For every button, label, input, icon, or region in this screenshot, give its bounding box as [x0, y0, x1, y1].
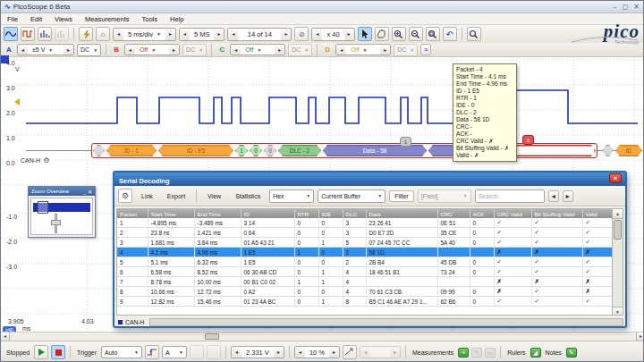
pointer-tool-button[interactable]: [358, 27, 372, 41]
scroll-right-icon[interactable]: ►: [636, 333, 644, 341]
maximize-icon[interactable]: ◻: [623, 3, 629, 11]
channel-c-coupling-select[interactable]: DC▼: [288, 44, 312, 56]
zoom-full-button[interactable]: [467, 27, 481, 41]
scope-hscrollbar[interactable]: ◄ ►: [1, 332, 644, 341]
zoom-overview-window[interactable]: Zoom Overview _ ✕: [28, 186, 96, 238]
export-button[interactable]: Export: [162, 190, 191, 202]
header-cell[interactable]: DLC: [343, 209, 366, 218]
close-icon[interactable]: ✕: [609, 173, 622, 183]
notes-button[interactable]: ✎: [566, 348, 577, 358]
channel-a-coupling-select[interactable]: DC▼: [77, 44, 101, 56]
zoom-overview-titlebar[interactable]: Zoom Overview _ ✕: [29, 187, 95, 196]
decode-bubble-id[interactable]: ID - 1: [106, 145, 157, 156]
table-row[interactable]: 55.1 ms6.32 ms1 E50022B B445 DB0✓✓✓: [117, 257, 614, 267]
channel-legend[interactable]: CAN-H: [116, 319, 145, 325]
header-cell[interactable]: End Time: [194, 209, 241, 218]
minimize-icon[interactable]: _: [83, 189, 86, 195]
table-row[interactable]: 223.8 ns1.421 ms0 64003D0 E7 2D35 CE0✓✓✓: [117, 228, 614, 238]
zoom-prev-icon[interactable]: ◄: [312, 29, 322, 40]
scroll-up-icon[interactable]: ▲: [613, 209, 623, 219]
header-cell[interactable]: Valid: [582, 209, 614, 218]
statistics-button[interactable]: Statistics: [230, 190, 266, 202]
channel-d-chip[interactable]: D: [322, 46, 333, 54]
decode-bubble-crc-invalid[interactable]: [509, 145, 596, 156]
trigger-level-spinner[interactable]: ◄2.331 V►: [231, 346, 284, 358]
table-row[interactable]: 31.681 ms3.84 ms01 A5 43 2101507 24 45 7…: [117, 238, 614, 248]
table-scrollbar[interactable]: ▲ ▼: [612, 209, 623, 316]
header-cell[interactable]: CRC Valid: [494, 209, 531, 218]
marquee-zoom-button[interactable]: [426, 27, 440, 41]
channel-d-coupling-select[interactable]: DC▼: [394, 44, 418, 56]
timebase-spinner[interactable]: ◄ 5 ms/div▼ ►: [113, 28, 176, 41]
view-button[interactable]: View: [202, 190, 226, 202]
scope-view-button[interactable]: [4, 27, 18, 41]
hand-pan-button[interactable]: [375, 27, 389, 41]
zoom-overview-body[interactable]: [30, 198, 93, 235]
buffer-select[interactable]: Current Buffer▼: [318, 189, 386, 203]
home-settings-icon[interactable]: ⌂: [96, 27, 110, 41]
serial-decoding-titlebar[interactable]: Serial Decoding ✕: [114, 173, 625, 186]
channel-d-range-spinner[interactable]: ◄ Off▼ ►: [335, 44, 391, 55]
table-row[interactable]: 66.58 ms8.52 ms06 30 AB CD01418 46 51 B1…: [117, 267, 614, 277]
channel-b-range-spinner[interactable]: ◄ Off▼ ►: [124, 44, 180, 55]
table-row[interactable]: 810.66 ms12.72 ms0 A200470 61 C3 CB09 99…: [117, 287, 614, 297]
add-measurement-button[interactable]: +: [458, 348, 469, 358]
header-cell[interactable]: Start Time: [148, 209, 194, 218]
scroll-left-icon[interactable]: ◄: [1, 333, 10, 341]
edit-measurement-button[interactable]: ✎: [471, 348, 482, 358]
trigger-marker-icon[interactable]: [343, 345, 357, 359]
range-next-icon[interactable]: ►: [64, 45, 73, 55]
zoom-region-handle[interactable]: [38, 201, 48, 214]
samples-prev-icon[interactable]: ◄: [180, 29, 190, 40]
trigger-adv2-button[interactable]: [207, 345, 221, 359]
menu-item-file[interactable]: File: [7, 15, 18, 23]
channel-b-chip[interactable]: B: [111, 46, 122, 54]
search-input[interactable]: [475, 189, 545, 203]
header-cell[interactable]: ACK: [470, 209, 494, 218]
decode-bubble-dlc[interactable]: DLC - 2: [278, 145, 321, 156]
spectrum-view-button[interactable]: [38, 27, 52, 41]
persistence-view-button[interactable]: [21, 27, 35, 41]
trigger-edge-icon[interactable]: [145, 345, 159, 359]
table-row[interactable]: 1-4.895 ms-3.489 ms3 1400323 26 410E 510…: [117, 218, 614, 228]
header-cell[interactable]: Data: [366, 209, 437, 218]
link-button[interactable]: Link: [136, 190, 158, 202]
decode-bubble-marker-gray[interactable]: 1: [400, 137, 411, 147]
format-select[interactable]: Hex▼: [269, 189, 314, 203]
stop-capture-button[interactable]: [51, 345, 65, 359]
header-cell[interactable]: ID: [241, 209, 294, 218]
decode-bubble-data[interactable]: Data - 58: [323, 145, 427, 156]
range-prev-icon[interactable]: ◄: [18, 45, 28, 55]
menu-item-tools[interactable]: Tools: [142, 15, 158, 23]
zoom-slider-handle[interactable]: [51, 220, 61, 225]
scroll-thumb[interactable]: [205, 333, 219, 340]
rulers-button[interactable]: ◢: [530, 348, 541, 358]
header-cell[interactable]: IDE: [318, 209, 343, 218]
gear-icon[interactable]: ⚙: [118, 189, 132, 203]
buffer-navigator-icon[interactable]: ⊘: [294, 27, 309, 41]
menu-item-measurements[interactable]: Measurements: [85, 15, 130, 23]
channel-c-range-spinner[interactable]: ◄ Off▼ ►: [230, 44, 285, 55]
search-prev-icon[interactable]: ◄: [548, 190, 559, 202]
filter-button[interactable]: Filter: [389, 190, 414, 202]
header-cell[interactable]: RTR: [294, 209, 318, 218]
minimize-icon[interactable]: –: [613, 3, 616, 11]
decode-bubble-id[interactable]: ID: [615, 145, 642, 156]
header-cell[interactable]: Bit Stuffing Valid: [531, 209, 582, 218]
decode-bubble-id[interactable]: ID - E5: [158, 145, 233, 156]
table-row[interactable]: 912.82 ms15.46 ms01 23 4A BC018B5 C1 46 …: [117, 297, 614, 307]
channel-a-chip[interactable]: A: [4, 46, 14, 54]
channel-a-range-spinner[interactable]: ◄ ±5 V▼ ►: [17, 44, 74, 55]
table-row[interactable]: 44.1 ms4.96 ms1 E510258 1D✗✗✗: [117, 248, 614, 257]
buffer-next-icon[interactable]: ►: [281, 29, 291, 40]
buffer-prev-icon[interactable]: ◄: [228, 29, 238, 40]
timebase-prev-icon[interactable]: ◄: [114, 29, 123, 40]
delay-spinner[interactable]: ◄►: [360, 346, 401, 358]
header-cell[interactable]: Packet: [117, 209, 148, 218]
menu-item-help[interactable]: Help: [170, 15, 183, 23]
table-row[interactable]: 78.78 ms10.00 ms00 B1 C0 02114✗✗✗: [117, 277, 614, 287]
channel-c-chip[interactable]: C: [216, 46, 227, 54]
trigger-channel-select[interactable]: A▼: [162, 346, 187, 358]
trigger-mode-select[interactable]: Auto▼: [101, 346, 142, 358]
delete-measurement-button[interactable]: ▭: [485, 348, 496, 358]
